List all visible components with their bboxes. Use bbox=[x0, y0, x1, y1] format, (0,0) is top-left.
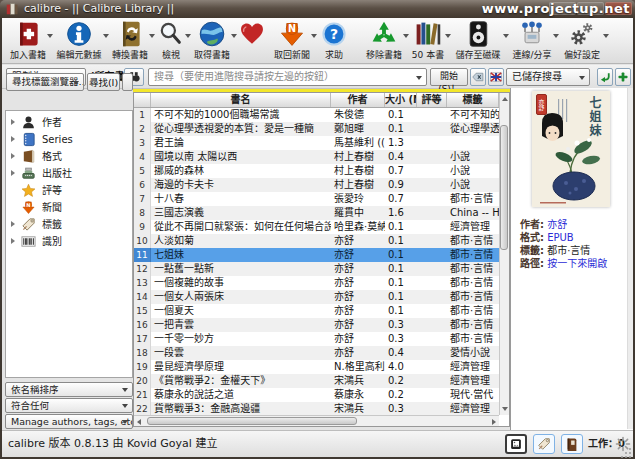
table-row[interactable]: 19曼昆經濟學原理N.格里高利·曼昆4.0經濟管理 bbox=[134, 360, 499, 374]
table-row[interactable]: 14一個女人兩張床亦舒0.1都市·言情 bbox=[134, 290, 499, 304]
table-row[interactable]: 15一個夏天亦舒0.1都市·言情 bbox=[134, 304, 499, 318]
table-row[interactable]: 1不可不知的1000個職場常識朱俊德0.1不可不知的1000個職場常識 bbox=[134, 108, 499, 122]
table-row[interactable]: 21蔡康永的說話之道蔡康永0.2現代·當代 bbox=[134, 388, 499, 402]
table-row[interactable]: 10人淡如菊亦舒0.1都市·言情 bbox=[134, 234, 499, 248]
tag-browser-find-button[interactable]: 尋找(I) bbox=[87, 73, 120, 91]
cell-author: 亦舒 bbox=[331, 248, 385, 262]
toolbar-item-preferences[interactable]: 偏好設定 bbox=[557, 20, 607, 62]
tag-browser-find-input[interactable]: 尋找標籤瀏覽器… bbox=[6, 73, 84, 91]
toolbar-item-convert-books[interactable]: 轉換書籍 bbox=[107, 20, 153, 62]
book-cover[interactable]: 亦舒 七姐妹 bbox=[532, 91, 610, 207]
expander-icon[interactable] bbox=[11, 238, 15, 244]
scroll-left-icon[interactable] bbox=[137, 419, 141, 425]
sidebar-item-label: Series bbox=[42, 131, 73, 148]
clear-search-icon bbox=[472, 70, 484, 84]
horizontal-scrollbar[interactable] bbox=[134, 415, 499, 426]
table-row[interactable]: 8三國志演義羅貫中1.6China -- History bbox=[134, 206, 499, 220]
expander-icon[interactable] bbox=[11, 119, 15, 125]
sidebar-item-評等[interactable]: 評等 bbox=[6, 182, 132, 199]
table-row[interactable]: 3君王論馬基維利 ((machiav..1.3 bbox=[134, 136, 499, 150]
dropdown-arrow-icon[interactable] bbox=[603, 34, 609, 38]
details-field-value[interactable]: EPUB bbox=[547, 232, 574, 243]
table-row[interactable]: 20《貨幣戰爭2：金權天下》宋鴻兵0.2經濟管理 bbox=[134, 374, 499, 388]
table-row[interactable]: 7十八春張愛玲0.7都市·言情 bbox=[134, 192, 499, 206]
horizontal-scrollbar-thumb[interactable] bbox=[147, 417, 357, 425]
sidebar-item-label: 格式 bbox=[42, 148, 62, 165]
vertical-scrollbar-thumb[interactable] bbox=[500, 125, 508, 250]
table-row[interactable]: 18一段雲亦舒0.4愛情小說 bbox=[134, 346, 499, 360]
donate-heart-icon bbox=[238, 20, 266, 48]
book-details-icon bbox=[564, 437, 580, 451]
tag-browser-match-select[interactable]: 符合任何 bbox=[5, 398, 133, 413]
expander-icon[interactable] bbox=[11, 136, 15, 142]
sidebar-item-label: 作者 bbox=[42, 114, 62, 131]
table-row[interactable]: 12一點舊一點新亦舒0.1都市·言情 bbox=[134, 262, 499, 276]
expander-icon[interactable] bbox=[11, 153, 15, 159]
tag-browser-sort-select[interactable]: 依名稱排序 bbox=[5, 382, 133, 397]
column-header-tags[interactable]: 標籤 bbox=[447, 93, 499, 107]
column-header-rownum[interactable] bbox=[134, 93, 151, 107]
save-search-button[interactable] bbox=[615, 68, 631, 86]
toolbar-item-add-book[interactable]: 加入書籍 bbox=[5, 20, 51, 62]
table-row[interactable]: 17一千零一妙方亦舒0.3都市·言情 bbox=[134, 332, 499, 346]
table-row[interactable]: 13一個複雜的故事亦舒0.1都市·言情 bbox=[134, 276, 499, 290]
clear-search-button[interactable] bbox=[470, 68, 486, 86]
scroll-up-icon[interactable] bbox=[502, 97, 508, 101]
details-scrollbar[interactable] bbox=[627, 88, 633, 429]
table-row[interactable]: 9從此不再開口就緊張：如何在任何場合說話都...哈里森·莫納斯 拉里..0.1經… bbox=[134, 220, 499, 234]
toolbar-item-get-books[interactable]: 取得書籍 bbox=[189, 20, 235, 62]
toolbar-item-label: 連線/分享 bbox=[507, 48, 557, 61]
sidebar-item-Series[interactable]: Series bbox=[6, 131, 132, 148]
toolbar-item-edit-metadata[interactable]: 編輯元數據 bbox=[51, 20, 107, 62]
table-row[interactable]: 16一把青雲亦舒0.3都市·言情 bbox=[134, 318, 499, 332]
toolbar-item-donate-heart[interactable] bbox=[235, 20, 269, 62]
vertical-scrollbar[interactable] bbox=[499, 93, 509, 415]
details-field-value[interactable]: 亦舒 bbox=[547, 219, 567, 230]
sidebar-item-新聞[interactable]: N新聞 bbox=[6, 199, 132, 216]
sidebar-item-格式[interactable]: 格式 bbox=[6, 148, 132, 165]
toolbar-item-help[interactable]: ?求助 bbox=[315, 20, 353, 62]
scroll-down-icon[interactable] bbox=[502, 407, 508, 411]
sidebar-item-識別[interactable]: 識別 bbox=[6, 233, 132, 250]
book-details-toggle-button[interactable] bbox=[561, 434, 583, 454]
column-header-rating[interactable]: 評等 bbox=[417, 93, 447, 107]
scroll-right-icon[interactable] bbox=[492, 419, 496, 425]
resize-grip[interactable] bbox=[620, 444, 632, 456]
cell-size: 0.3 bbox=[385, 402, 417, 416]
toolbar-item-connect-share[interactable]: 連線/分享 bbox=[507, 20, 557, 62]
highlight-matches-button[interactable] bbox=[488, 68, 504, 86]
column-header-size[interactable]: 大小 (MB) bbox=[385, 93, 417, 107]
toolbar-item-library[interactable]: 50 本書 bbox=[407, 20, 449, 62]
table-row[interactable]: 22貨幣戰爭3：金融高邊疆宋鴻兵0.3經濟管理 bbox=[134, 402, 499, 416]
manage-authors-tags-select[interactable]: Manage authors, tags, etc bbox=[5, 414, 133, 429]
column-header-title[interactable]: 書名 bbox=[151, 93, 331, 107]
cell-title: 不可不知的1000個職場常識 bbox=[151, 108, 331, 122]
table-row[interactable]: 4國境以南 太陽以西村上春樹0.4小說 bbox=[134, 150, 499, 164]
table-row[interactable]: 11七姐妹亦舒0.1都市·言情 bbox=[134, 248, 499, 262]
table-row[interactable]: 2從心理學透視愛的本質：愛是一種簡鄭旭暉0.1從心理學透視愛的本質 bbox=[134, 122, 499, 136]
toolbar-item-view[interactable]: 檢視 bbox=[153, 20, 189, 62]
cell-tags: 經濟管理 bbox=[447, 360, 499, 374]
tag-browser-menu-button[interactable] bbox=[122, 73, 133, 91]
expander-icon[interactable] bbox=[11, 221, 15, 227]
details-field-value[interactable]: 按一下來開啟 bbox=[547, 258, 607, 269]
toolbar-item-save-to-disk[interactable]: 儲存至磁碟 bbox=[449, 20, 507, 62]
column-header-author[interactable]: 作者 bbox=[331, 93, 385, 107]
search-placeholder: 搜尋（要使用進階搜尋請按左邊的按鈕） bbox=[154, 71, 334, 82]
copy-search-button[interactable] bbox=[597, 68, 613, 86]
table-row[interactable]: 6海邊的卡夫卡村上春樹0.9小說 bbox=[134, 178, 499, 192]
sidebar-item-作者[interactable]: 作者 bbox=[6, 114, 132, 131]
chevron-down-icon bbox=[73, 81, 79, 85]
expander-icon[interactable] bbox=[11, 170, 15, 176]
tag-browser-toggle-button[interactable] bbox=[533, 434, 555, 454]
sidebar-item-標籤[interactable]: 標籤 bbox=[6, 216, 132, 233]
table-row[interactable]: 5挪威的森林村上春樹0.7小說 bbox=[134, 164, 499, 178]
toolbar-item-remove-books[interactable]: 移除書籍 bbox=[361, 20, 407, 62]
saved-search-select[interactable]: 已儲存搜尋 bbox=[506, 68, 590, 86]
sidebar-item-出版社[interactable]: 出版社 bbox=[6, 165, 132, 182]
search-go-button[interactable]: 開始(S)！ bbox=[430, 68, 468, 86]
title-bar[interactable]: calibre - || Calibre Library || www.proj… bbox=[0, 0, 635, 18]
search-input[interactable]: 搜尋（要使用進階搜尋請按左邊的按鈕） bbox=[148, 68, 427, 86]
cover-browser-toggle-button[interactable] bbox=[505, 434, 527, 454]
toolbar-item-fetch-news[interactable]: N取回新聞 bbox=[269, 20, 315, 62]
